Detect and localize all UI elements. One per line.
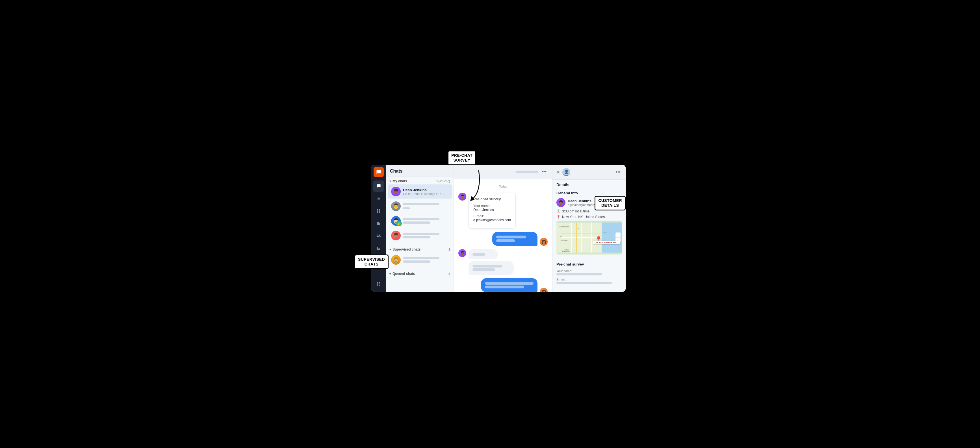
nav-logo[interactable] (374, 167, 384, 177)
prechat-survey-section: Pre-chat survey Your name: E-mail: (552, 259, 626, 289)
chats-panel: Chats ▾ My chats 3 (+1 idle) 👨🏾 Dean Jen… (386, 165, 454, 292)
chat-menu-button[interactable]: ••• (541, 168, 548, 175)
clock-icon: 🕐 (557, 209, 560, 213)
details-header: ✕ 👤 ••• (552, 165, 626, 180)
msg-row-out-1: 👩🏽 (458, 232, 548, 246)
chat-item-dean[interactable]: 👨🏾 Dean Jenkins Go to Profile > Settings… (388, 184, 452, 199)
nav-sidebar (371, 165, 386, 292)
svg-text:LOWER: LOWER (564, 249, 568, 250)
survey-email-label: E-mail: (473, 214, 511, 218)
msg-bubble-out-2 (481, 278, 538, 292)
queued-chats-section-header[interactable]: ▾ Queued chats 2 (386, 270, 453, 277)
chats-header: Chats (386, 165, 453, 177)
nav-item-reports[interactable] (373, 243, 384, 254)
map-zoom-out[interactable]: − (616, 238, 620, 243)
details-title: Details (552, 180, 626, 188)
avatar-dean: 👨🏾 (391, 187, 401, 196)
details-menu-button[interactable]: ••• (615, 168, 622, 176)
survey-detail-name-value (557, 273, 602, 275)
avatar-wrapper-3: 👨🏻 👍 (391, 216, 401, 226)
nav-item-chats[interactable] (373, 181, 384, 192)
chat-info-dean: Dean Jenkins Go to Profile > Settings > … (403, 188, 449, 195)
details-header-left: ✕ 👤 (557, 168, 570, 176)
svg-text:9A: 9A (578, 228, 579, 229)
chat-item-supervised[interactable]: 👩🏼 (388, 253, 452, 267)
my-chats-chevron: ▾ (390, 180, 391, 183)
incoming-bubbles (469, 249, 514, 275)
msg-bubble-in-1 (469, 249, 498, 259)
avatar-customer-details: 👨🏾 (557, 198, 565, 207)
prechat-survey-title: Pre-chat survey (557, 262, 622, 266)
survey-name-label: Your name: (473, 204, 511, 208)
avatar-agent-2: 👩🏽 (540, 288, 548, 292)
chat-info-3 (403, 217, 449, 224)
map-zoom-in[interactable]: + (616, 232, 620, 238)
incoming-group: 👨🏾 (458, 249, 548, 275)
chat-name-dean: Dean Jenkins (403, 188, 449, 192)
visited-pages-title: Visited pages (552, 289, 626, 292)
placeholder-preview-2 (403, 207, 410, 209)
queued-chats-chevron: ▾ (390, 272, 391, 275)
placeholder-name-3 (403, 218, 439, 220)
placeholder-name-supervised (403, 257, 439, 259)
placeholder-name-4 (403, 233, 439, 235)
general-info-title: General Info (557, 191, 622, 195)
person-icon: 👤 (562, 168, 570, 176)
msg-bubble-in-2 (469, 261, 514, 275)
svg-text:Hoboken: Hoboken (603, 232, 607, 233)
survey-detail-email-value (557, 282, 612, 284)
avatar-2: 👨 (391, 202, 401, 211)
supervised-chats-section-header[interactable]: ▾ Supervised chats 1 (386, 245, 453, 253)
svg-text:MANHATTAN: MANHATTAN (562, 251, 570, 252)
nav-item-tickets[interactable] (373, 218, 384, 229)
nav-item-list[interactable] (373, 193, 384, 204)
nav-item-grid[interactable] (373, 205, 384, 217)
map-svg: 495 9A HELL'S KITCHEN MIDTOWN Hoboken LO… (557, 221, 622, 254)
my-chats-label: My chats (393, 179, 436, 183)
app-window: Chats ▾ My chats 3 (+1 idle) 👨🏾 Dean Jen… (371, 165, 626, 292)
placeholder-preview-4 (403, 236, 430, 238)
avatar-4: 👨🏽 (391, 231, 401, 240)
supervised-annotation: SUPERVISEDCHATS (354, 254, 388, 269)
chat-info-4 (403, 232, 449, 239)
location-text: New York, NY, United States (562, 215, 605, 219)
my-chats-count: 3 (+1 idle) (436, 180, 450, 183)
header-placeholder (516, 171, 538, 173)
queued-chats-count: 2 (449, 272, 450, 275)
svg-text:495: 495 (560, 236, 562, 237)
prechat-annotation: PRE-CHATSURVEY (448, 151, 476, 165)
survey-detail-email-label: E-mail: (557, 278, 622, 281)
header-actions: ••• (516, 168, 548, 175)
supervised-chats-label: Supervised chats (393, 248, 449, 251)
supervised-chats-chevron: ▾ (390, 248, 391, 251)
svg-text:MIDTOWN: MIDTOWN (562, 240, 568, 241)
location-row: 📍 New York, NY, United States (557, 215, 622, 219)
placeholder-preview-supervised (403, 261, 430, 263)
chat-item-3[interactable]: 👨🏻 👍 (388, 214, 452, 228)
svg-text:HELL'S KITCHEN: HELL'S KITCHEN (559, 226, 569, 228)
survey-name-value: Dean Jenkins (473, 208, 511, 212)
map-container: 495 9A HELL'S KITCHEN MIDTOWN Hoboken LO… (557, 221, 622, 254)
nav-item-teams[interactable] (373, 230, 384, 241)
chat-item-2[interactable]: 👨 (388, 199, 452, 213)
details-close-button[interactable]: ✕ (557, 170, 560, 175)
chats-title: Chats (390, 168, 450, 174)
time-text: 3:33 pm local time (562, 209, 589, 213)
chat-info-supervised (403, 256, 449, 264)
prechat-arrow (465, 167, 493, 202)
placeholder-preview-3 (403, 221, 430, 224)
avatar-incoming: 👨🏾 (458, 249, 466, 257)
location-icon: 📍 (557, 215, 560, 219)
supervised-chats-count: 1 (449, 248, 450, 251)
queued-chats-label: Queued chats (393, 272, 449, 276)
placeholder-name-2 (403, 203, 439, 205)
chat-item-4[interactable]: 👨🏽 (388, 229, 452, 243)
map-zoom-controls: + − (616, 232, 620, 243)
nav-item-add[interactable] (373, 278, 384, 289)
avatar-supervised: 👩🏼 (391, 255, 401, 265)
my-chats-section-header[interactable]: ▾ My chats 3 (+1 idle) (386, 177, 453, 184)
thumb-icon: 👍 (396, 221, 402, 226)
msg-bubble-out-1 (492, 232, 538, 246)
chat-info-2 (403, 202, 449, 210)
survey-detail-name-label: Your name: (557, 269, 622, 273)
